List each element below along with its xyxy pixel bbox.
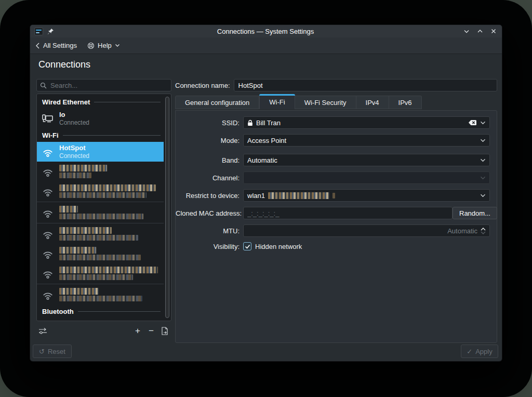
cloned-mac-row: Cloned MAC address: Random... bbox=[176, 207, 490, 219]
wifi-icon bbox=[41, 165, 55, 178]
page-title: Connections bbox=[38, 59, 90, 70]
connection-title: lo bbox=[59, 111, 89, 118]
connection-item-hotspot[interactable]: HotSpotConnected bbox=[37, 142, 164, 162]
band-combobox[interactable]: Automatic bbox=[243, 154, 490, 166]
redacted-name bbox=[59, 288, 99, 295]
section-label: Wired Ethernet bbox=[42, 98, 90, 106]
connection-item-redacted[interactable] bbox=[37, 224, 164, 244]
main-toolbar: All Settings Help bbox=[30, 37, 502, 54]
configure-filter-button[interactable] bbox=[36, 325, 50, 337]
connection-item-redacted[interactable] bbox=[37, 263, 164, 283]
reset-button[interactable]: ↺ Reset bbox=[33, 345, 72, 358]
restrict-device-row: Restrict to device: wlan1 bbox=[176, 189, 490, 202]
band-value: Automatic bbox=[247, 156, 477, 164]
cloned-mac-label: Cloned MAC address: bbox=[176, 209, 240, 217]
redacted-name bbox=[59, 247, 96, 254]
redacted-name bbox=[59, 184, 156, 191]
chevron-down-icon[interactable] bbox=[480, 121, 486, 125]
tab-general-configuration[interactable]: General configuration bbox=[175, 96, 259, 109]
help-button[interactable]: Help bbox=[82, 37, 125, 54]
titlebar[interactable]: Connections — System Settings bbox=[30, 25, 502, 37]
ssid-combobox[interactable]: Bill Tran bbox=[243, 116, 490, 129]
remove-connection-button[interactable]: − bbox=[144, 325, 158, 337]
mtu-row: MTU: Automatic bbox=[176, 224, 490, 237]
tab-ipv4[interactable]: IPv4 bbox=[356, 96, 389, 109]
cloned-mac-field[interactable] bbox=[243, 207, 453, 219]
redacted-name bbox=[59, 267, 158, 273]
section-header-bluetooth: Bluetooth bbox=[37, 305, 164, 318]
search-box[interactable] bbox=[36, 79, 171, 91]
all-settings-label: All Settings bbox=[43, 42, 77, 49]
channel-label: Channel: bbox=[176, 174, 240, 182]
band-row: Band: Automatic bbox=[176, 154, 490, 166]
wifi-icon bbox=[41, 247, 55, 260]
connection-item-redacted[interactable] bbox=[37, 162, 164, 181]
section-header-wi-fi: Wi-Fi bbox=[37, 128, 164, 142]
export-connection-button[interactable] bbox=[158, 325, 171, 337]
add-connection-button[interactable]: + bbox=[131, 325, 144, 337]
mtu-special-value: Automatic bbox=[447, 227, 477, 235]
maximize-button[interactable] bbox=[477, 28, 483, 34]
section-line bbox=[94, 102, 161, 102]
list-divider bbox=[37, 284, 164, 284]
mode-combobox[interactable]: Access Point bbox=[243, 134, 490, 147]
spin-down-icon[interactable] bbox=[481, 231, 486, 234]
wifi-tab-panel: SSID: Bill Tran Mode: Access Point Band:… bbox=[175, 110, 497, 343]
mtu-input[interactable] bbox=[247, 227, 444, 235]
mtu-spinbox[interactable]: Automatic bbox=[243, 224, 490, 237]
redacted-name bbox=[59, 165, 107, 171]
cloned-mac-input[interactable] bbox=[247, 209, 448, 217]
wifi-icon bbox=[41, 288, 55, 301]
redacted-subtitle bbox=[59, 192, 147, 198]
chevron-down-icon bbox=[480, 194, 486, 197]
list-toolbar: + − bbox=[36, 324, 171, 338]
list-scrollbar[interactable] bbox=[165, 97, 169, 318]
connection-item-redacted[interactable] bbox=[37, 244, 164, 263]
ethernet-icon bbox=[41, 112, 55, 125]
chevron-down-icon bbox=[480, 139, 486, 142]
ssid-row: SSID: Bill Tran bbox=[176, 116, 490, 129]
connection-item-redacted[interactable] bbox=[37, 285, 164, 305]
connection-item-redacted[interactable] bbox=[37, 203, 164, 222]
restrict-device-combobox[interactable]: wlan1 bbox=[243, 189, 490, 202]
minimize-button[interactable] bbox=[463, 28, 470, 34]
connection-item-redacted[interactable] bbox=[37, 181, 164, 201]
all-settings-button[interactable]: All Settings bbox=[30, 37, 82, 54]
apply-icon: ✓ bbox=[467, 348, 472, 355]
pin-icon[interactable] bbox=[47, 28, 54, 35]
wifi-icon bbox=[41, 145, 55, 158]
band-label: Band: bbox=[176, 156, 240, 164]
hidden-network-label: Hidden network bbox=[255, 243, 302, 250]
device-mac-redacted-tail bbox=[332, 193, 335, 198]
hidden-network-checkbox[interactable] bbox=[243, 242, 251, 250]
spin-up-icon[interactable] bbox=[481, 228, 486, 231]
chevron-down-icon bbox=[480, 176, 486, 180]
visibility-label: Visibility: bbox=[176, 243, 240, 250]
mtu-label: MTU: bbox=[176, 227, 240, 235]
app-icon bbox=[34, 28, 43, 35]
clear-text-icon[interactable] bbox=[468, 120, 477, 126]
wifi-icon bbox=[41, 267, 55, 280]
redacted-subtitle bbox=[59, 173, 91, 178]
close-button[interactable] bbox=[490, 28, 497, 34]
random-mac-button[interactable]: Random... bbox=[453, 207, 497, 219]
connection-name-field[interactable] bbox=[234, 79, 497, 91]
section-line bbox=[63, 135, 161, 136]
connection-name-input[interactable] bbox=[238, 82, 493, 89]
visibility-row: Visibility: Hidden network bbox=[176, 242, 490, 250]
connection-item-lo[interactable]: loConnected bbox=[37, 109, 164, 128]
connections-list: Wired EthernetloConnectedWi-FiHotSpotCon… bbox=[36, 94, 171, 321]
tab-ipv6[interactable]: IPv6 bbox=[389, 96, 422, 109]
apply-button[interactable]: ✓ Apply bbox=[461, 345, 498, 358]
list-divider bbox=[37, 202, 164, 202]
redacted-subtitle bbox=[59, 296, 142, 301]
scrollbar-thumb[interactable] bbox=[165, 97, 169, 318]
redacted-name bbox=[59, 206, 78, 213]
tab-wifi-security[interactable]: Wi-Fi Security bbox=[295, 96, 356, 109]
tab-wifi[interactable]: Wi-Fi bbox=[259, 94, 295, 109]
mode-row: Mode: Access Point bbox=[176, 134, 490, 147]
section-line bbox=[78, 311, 161, 312]
search-input[interactable] bbox=[49, 81, 168, 90]
redacted-subtitle bbox=[59, 274, 133, 280]
lock-icon bbox=[247, 120, 253, 126]
